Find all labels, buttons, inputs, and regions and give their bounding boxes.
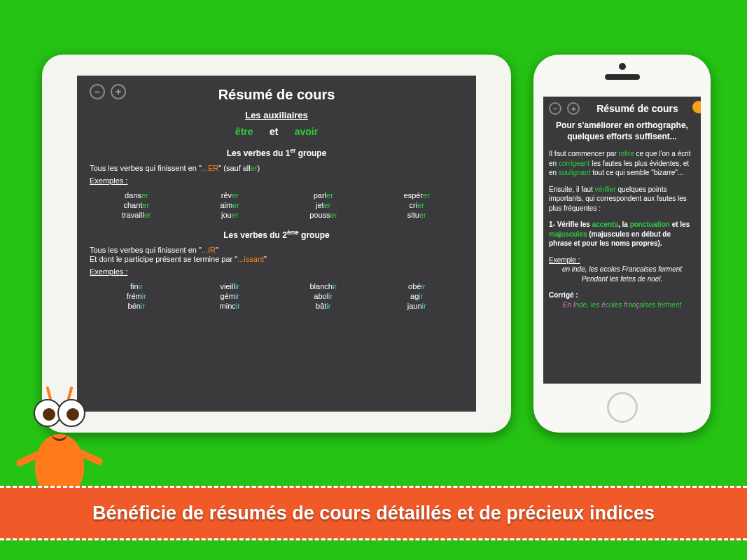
zoom-controls: – ＋ <box>90 84 126 99</box>
aux-avoir: avoir <box>295 126 318 137</box>
verb-item: gémir <box>183 292 277 300</box>
corrige-text: En Inde, les écoles françaises ferment <box>549 300 695 310</box>
phone-screen: – ＋ Résumé de cours Pour s'améliorer en … <box>543 97 701 384</box>
verb-item: situer <box>370 211 464 219</box>
zoom-out-button[interactable]: – <box>90 84 105 99</box>
examples-label-1: Exemples : <box>90 176 127 185</box>
caption-banner: Bénéficie de résumés de cours détaillés … <box>0 486 747 540</box>
verb-item: abolir <box>277 292 370 300</box>
aux-etre: être <box>235 126 253 137</box>
examples-label-2: Exemples : <box>90 267 127 276</box>
corrige-block: Corrigé : En Inde, les écoles françaises… <box>549 290 695 309</box>
example-label: Exemple : <box>549 256 580 264</box>
phone-home-button[interactable] <box>607 392 638 423</box>
phone-subtitle: Pour s'améliorer en orthographe, quelque… <box>549 120 695 142</box>
zoom-in-button[interactable]: ＋ <box>111 84 126 99</box>
phone-camera-icon <box>619 63 626 70</box>
zoom-in-button-phone[interactable]: ＋ <box>567 102 580 115</box>
verb-item: blanchir <box>277 282 370 290</box>
verb-item: frémir <box>90 292 183 300</box>
group1-verb-grid: danserrêverparlerespérerchanteraimerjete… <box>90 191 463 219</box>
phone-para-2: Ensuite, il faut vérifier quelques point… <box>549 185 695 214</box>
aux-et: et <box>270 126 278 137</box>
phone-para-3: 1- Vérifie les accents, la ponctuation e… <box>549 220 695 248</box>
verb-item: parler <box>277 191 370 200</box>
group1-title: Les verbes du 1er groupe <box>90 147 463 158</box>
tablet-screen: – ＋ Résumé de cours Les auxiliaires être… <box>77 76 476 412</box>
verb-item: chanter <box>90 201 183 209</box>
verb-item: mincir <box>183 302 277 310</box>
tablet-device: – ＋ Résumé de cours Les auxiliaires être… <box>42 55 511 433</box>
verb-item: finir <box>90 282 183 290</box>
group2-rule-2: Et dont le participe présent se termine … <box>90 255 463 263</box>
phone-para-1: Il faut commencer par relire ce que l'on… <box>549 149 695 178</box>
example-block: Exemple : en inde, les ecoles Francaises… <box>549 255 695 284</box>
verb-item: bénir <box>90 302 183 310</box>
group1-rule: Tous les verbes qui finissent en "...ER"… <box>90 164 463 172</box>
verb-item: bâtir <box>277 302 370 310</box>
caption-text: Bénéficie de résumés de cours détaillés … <box>92 503 655 524</box>
zoom-out-button-phone[interactable]: – <box>549 102 561 115</box>
verb-item: crier <box>370 201 464 209</box>
group2-title: Les verbes du 2ème groupe <box>90 229 463 240</box>
phone-speaker-icon <box>605 74 640 80</box>
corner-badge-icon <box>692 101 701 113</box>
verb-item: agir <box>370 292 464 300</box>
tablet-title: Résumé de cours <box>90 87 463 103</box>
verb-item: obéir <box>370 282 464 290</box>
auxiliaries-row: être et avoir <box>90 126 463 137</box>
verb-item: vieillir <box>183 282 277 290</box>
verb-item: rêver <box>183 191 277 200</box>
example-text: en inde, les ecoles Francaises ferment P… <box>549 265 695 284</box>
phone-device: – ＋ Résumé de cours Pour s'améliorer en … <box>533 55 711 433</box>
verb-item: jeter <box>277 201 370 209</box>
zoom-controls-phone: – ＋ <box>549 102 580 115</box>
verb-item: travailler <box>90 211 183 219</box>
tablet-subtitle-auxiliaries: Les auxiliaires <box>90 110 463 120</box>
verb-item: pousser <box>277 211 370 219</box>
corrige-label: Corrigé : <box>549 291 578 299</box>
group2-rule-1: Tous les verbes qui finissent en "...IR" <box>90 246 463 254</box>
verb-item: espérer <box>370 191 464 200</box>
mascot-character <box>14 378 105 497</box>
verb-item: aimer <box>183 201 277 209</box>
verb-item: jaunir <box>370 302 464 310</box>
verb-item: danser <box>90 191 183 200</box>
group2-verb-grid: finirvieillirblanchirobéirfrémirgémirabo… <box>90 282 463 310</box>
phone-title: Résumé de cours <box>580 103 695 114</box>
verb-item: jouer <box>183 211 277 219</box>
